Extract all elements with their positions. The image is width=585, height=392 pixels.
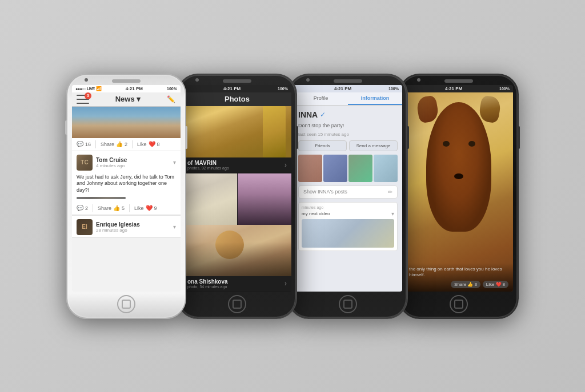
enrique-header: EI Enrique Iglesias 28 minutes ago ▾ [72,216,181,237]
dog-photo[interactable]: the only thing on earth that loves you h… [404,92,513,292]
home-button-3[interactable] [339,295,357,313]
photo-thumb-4[interactable] [374,155,398,182]
home-button[interactable] [117,295,135,313]
photo-like-action[interactable]: Like ❤️ 8 [483,281,508,288]
menu-button[interactable]: 3 [77,95,89,104]
camera-icon-3 [306,78,310,82]
photo-caption: the only thing on earth that loves you h… [404,263,513,292]
shishkova-chevron-icon[interactable]: › [285,280,287,288]
phone-1-white: ●●●○○ LIVE 📶 4:21 PM 100% 3 [66,74,186,319]
carrier-text: ●●●○○ LIVE [75,87,95,91]
share-icon: 👍 [116,141,123,147]
photo-action-bar: Share 👍 3 Like ❤️ 8 [409,281,508,288]
photos-preview [298,155,398,182]
profile-name-row: INNA ✓ [298,110,398,119]
photo-view-screen: 4:21 PM 100% [404,85,513,292]
photo-cell-2[interactable] [238,173,292,225]
screen-wrapper: ●●●○○ LIVE 📶 4:21 PM 100% 3 [72,85,181,292]
mavrin-album[interactable]: of MAVRIN photos, 92 minutes ago › [183,106,291,173]
nav-bar: 3 News ▾ ✏️ [72,92,181,107]
battery-text-4: 100% [499,87,510,91]
phone3-bottom [289,292,407,318]
like-count: 8 [157,142,160,147]
power-button-3 [407,126,409,149]
shishkova-album[interactable]: ona Shishkova photo, 54 minutes ago › [183,225,291,292]
comment-count: 16 [85,142,91,147]
tc-like-action[interactable]: Like ❤️ 9 [134,205,157,211]
like-label: Like [137,142,147,147]
volume-button [65,120,67,135]
tc-share-icon: 👍 [113,205,120,211]
expand-icon[interactable]: ▾ [173,159,176,165]
tc-comment-count: 2 [85,205,88,211]
speaker-3 [334,79,362,83]
share-count: 2 [125,142,127,147]
mini-post-image[interactable] [302,219,394,248]
tc-share-action[interactable]: Share 👍 5 [98,205,125,211]
status-right: 100% [167,87,177,91]
power-button-2 [296,126,298,149]
enrique-time: 28 minutes ago [96,228,170,233]
dog-head [426,102,491,232]
tom-avatar: TC [77,155,93,171]
first-post-actions: 💬 16 Share 👍 2 Like ❤️ 8 [72,138,181,151]
wifi-icon: 📶 [96,86,102,91]
share-action[interactable]: Share 👍 2 [101,141,127,147]
photo-thumb-1[interactable] [298,155,322,182]
dog-face [426,102,491,232]
mavrin-album-title: of MAVRIN [187,160,229,166]
caption-text: the only thing on earth that loves you h… [409,266,508,278]
message-button[interactable]: Send a message [349,140,398,151]
status-bar-2: 4:21 PM 100% [183,85,291,92]
photo-heart-icon: ❤️ [496,282,502,287]
photo-share-action[interactable]: Share 👍 3 [451,281,480,288]
post-meta: Tom Cruise 4 minutes ago [96,157,170,168]
tc-avatar-img: TC [77,155,93,171]
photo-like-label: Like [486,282,495,287]
shishkova-album-title: ona Shishkova [187,278,228,285]
battery-text-3: 100% [388,87,399,91]
notification-badge: 3 [85,92,91,99]
photo-thumb-2[interactable] [323,155,347,182]
shishkova-title-text: ona Shishkova photo, 54 minutes ago [187,278,228,289]
friends-button[interactable]: Friends [298,140,347,151]
photos-nav-title: Photos [225,95,250,103]
tc-share-count: 5 [122,205,125,211]
enrique-expand-icon[interactable]: ▾ [173,224,176,230]
photo-cell-1[interactable] [183,173,237,225]
post-time: 4 minutes ago [96,163,170,168]
home-button-4[interactable] [450,295,468,313]
post-image-grid [72,197,181,202]
photo-thumb-3[interactable] [348,155,372,182]
compose-icon[interactable]: ✏️ [167,95,176,104]
tc-like-count: 9 [154,205,157,211]
post-main-image[interactable] [77,197,126,199]
model-photo [263,106,286,157]
tab-profile[interactable]: Profile [294,92,348,105]
tab-information[interactable]: Information [348,92,402,105]
tom-post-actions: 💬 2 Share 👍 5 Like ❤️ [72,202,181,215]
home-button-2[interactable] [228,295,246,313]
edit-posts-icon: ✏ [388,189,392,195]
time-display-3: 4:21 PM [334,86,351,91]
phone-2-dark: 4:21 PM 100% Photos [177,74,297,319]
cover-image [72,107,181,138]
mavrin-chevron-icon[interactable]: › [285,161,287,169]
status-bar: ●●●○○ LIVE 📶 4:21 PM 100% [72,85,181,92]
shishkova-cover [183,225,291,276]
screen-wrapper-4: 4:21 PM 100% [404,85,513,292]
battery-text: 100% [167,87,177,91]
show-posts-bar[interactable]: Show INNA's posts ✏ [298,185,398,199]
phone2-top [178,75,296,85]
like-action[interactable]: Like ❤️ 8 [137,141,160,147]
tc-divider2 [129,204,130,212]
tom-cruise-post: TC Tom Cruise 4 minutes ago ▾ We just ha… [72,151,181,216]
comment-action[interactable]: 💬 16 [77,141,91,147]
photos-grid: of MAVRIN photos, 92 minutes ago › [183,106,291,292]
phone-4-dark: 4:21 PM 100% [399,74,519,319]
tc-comment-action[interactable]: 💬 2 [77,205,88,211]
dark-model [238,173,292,225]
post-author: Tom Cruise [96,157,170,163]
phone-3-dark: 4:21 PM 100% Profile Information INNA ✓ [288,74,408,319]
mavrin-title-text: of MAVRIN photos, 92 minutes ago [187,160,229,170]
